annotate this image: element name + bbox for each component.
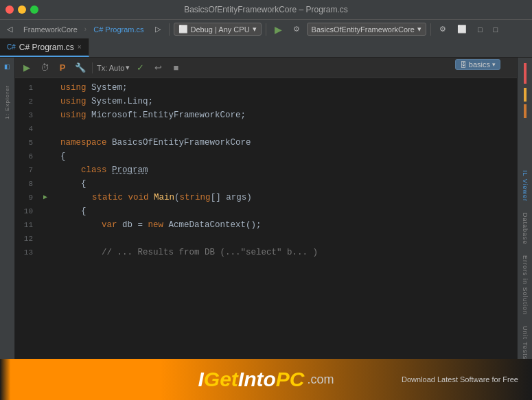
settings-btn[interactable]: 🔧 [73,60,88,75]
run-gutter-icon[interactable]: ▶ [40,191,51,204]
basics-icon: 🗄 [460,61,467,69]
toolbar-breadcrumb-file[interactable]: C# Program.cs [89,24,148,35]
error-indicator [524,63,527,84]
code-line-2: 2 using System.Linq; [15,95,517,108]
play-btn[interactable]: ▶ [270,23,286,36]
watermark-get: Get [204,368,238,391]
tab-close-btn[interactable]: × [78,43,82,51]
line-content-11: var db = new AcmeDataContext(); [40,218,511,232]
right-sidebar: IL Viewer Database Errors in Solution Un… [517,58,532,400]
sidebar-explorer-label: 1: Explorer [4,85,10,119]
left-sidebar: ◧ 1: Explorer 2: Structure [0,58,15,400]
line-content-9: static void Main(string[] args) [51,191,511,204]
line-num-12: 12 [15,232,40,246]
code-line-5: 5 namespace BasicsOfEntityFrameworkCore [15,136,517,150]
watermark-dot-com: .com [308,373,334,387]
basics-label: basics [469,60,490,69]
toolbar: ◁ FrameworkCore › C# Program.cs ▷ ⬜ Debu… [0,19,532,38]
line-content-5: namespace BasicsOfEntityFrameworkCore [40,136,511,150]
debug-config-dropdown[interactable]: ⬜ Debug | Any CPU ▾ [174,23,262,36]
run-program-btn[interactable]: ▶ [19,60,34,75]
tx-chevron: ▾ [126,63,130,72]
line-num-7: 7 [15,163,40,177]
window-controls [5,5,38,14]
database-tab[interactable]: Database [520,207,530,250]
line-content-8: { [40,177,511,191]
watermark-into: Into [238,368,276,391]
info-indicator [524,104,527,118]
main-layout: ◧ 1: Explorer 2: Structure ▶ ⏱ P 🔧 Tx: A… [0,58,532,400]
warning-indicator [524,88,527,102]
toolbar-sep2 [266,23,266,36]
extra-btn4[interactable]: □ [489,24,502,35]
code-line-12: 12 [15,232,517,246]
code-line-10: 10 { [15,204,517,218]
basics-chevron: ▾ [492,61,496,68]
line-num-5: 5 [15,136,40,150]
line-content-3: using Microsoft.EntityFrameworkCore; [40,108,511,122]
toolbar-breadcrumb-project[interactable]: FrameworkCore [19,24,82,35]
project-label: BasicsOfEntityFrameworkCore [312,25,415,34]
tx-label: Tx: Auto ▾ [97,63,130,72]
extra-btn3[interactable]: □ [474,24,487,35]
clock-btn[interactable]: ⏱ [37,60,52,75]
close-dot[interactable] [5,5,14,14]
code-line-3: 3 using Microsoft.EntityFrameworkCore; [15,108,517,122]
code-line-9: 9 ▶ static void Main(string[] args) [15,191,517,204]
inline-toolbar: ▶ ⏱ P 🔧 Tx: Auto ▾ ✓ ↩ ■ 🗄 basics ▾ [15,58,517,78]
title-bar: BasicsOfEntityFrameworkCore – Program.cs [0,0,532,19]
toolbar-back-btn[interactable]: ◁ [3,23,16,35]
project-dropdown[interactable]: BasicsOfEntityFrameworkCore ▾ [307,23,426,36]
code-line-1: 1 using System; [15,81,517,95]
watermark-pc: PC [276,368,305,391]
profile-btn[interactable]: P [55,60,70,75]
line-content-13: // ... Results from DB (..."select" b...… [40,246,511,259]
il-viewer-tab[interactable]: IL Viewer [520,165,530,207]
line-num-13: 13 [15,246,40,259]
code-line-6: 6 { [15,150,517,163]
line-num-3: 3 [15,108,40,122]
line-content-6: { [40,150,511,163]
code-editor: 1 using System; 2 using System.Linq; 3 u… [15,78,517,400]
tx-value: Tx: Auto [97,64,124,72]
code-line-7: 7 class Program [15,163,517,177]
code-line-8: 8 { [15,177,517,191]
line-content-10: { [40,204,511,218]
sidebar-explorer-icon[interactable]: ◧ [1,60,14,73]
checkmark-btn[interactable]: ✓ [132,60,148,75]
line-content-2: using System.Linq; [40,95,511,108]
code-line-13: 13 // ... Results from DB (..."select" b… [15,246,517,259]
dropdown-arrow: ▾ [253,25,257,34]
tab-program-cs[interactable]: C# C# Program.cs × [0,38,89,57]
line-num-11: 11 [15,218,40,232]
maximize-dot[interactable] [30,5,38,14]
code-line-4: 4 [15,122,517,136]
undo-btn[interactable]: ↩ [150,60,165,75]
line-num-10: 10 [15,204,40,218]
window-title: BasicsOfEntityFrameworkCore – Program.cs [184,5,348,14]
line-content-7: class Program [40,163,511,177]
line-num-4: 4 [15,122,40,136]
line-num-2: 2 [15,95,40,108]
tab-label: C# Program.cs [19,43,74,52]
watermark-text: I Get Into PC .com [198,368,334,391]
toolbar-sep1 [169,23,170,36]
stop-btn[interactable]: ■ [168,60,183,75]
line-num-1: 1 [15,81,40,95]
code-line-11: 11 var db = new AcmeDataContext(); [15,218,517,232]
basics-badge: 🗄 basics ▾ [455,59,500,70]
debug-config-label: Debug | Any CPU [191,25,250,34]
toolbar-sep3 [430,23,431,36]
project-btn[interactable]: ⚙ [289,23,304,35]
extra-btn2[interactable]: ⬜ [453,23,471,35]
dropdown-arrow2: ▾ [417,25,421,34]
extra-btn1[interactable]: ⚙ [435,23,450,35]
toolbar-forward-btn[interactable]: ▷ [151,23,165,35]
tab-lang-icon: C# [7,43,16,51]
watermark-tagline: Download Latest Software for Free [402,375,518,384]
watermark-overlay: I Get Into PC .com Download Latest Softw… [0,359,532,400]
minimize-dot[interactable] [18,5,26,14]
watermark-i: I [198,368,203,391]
line-content-1: using System; [40,81,511,95]
errors-tab[interactable]: Errors in Solution [520,250,530,320]
